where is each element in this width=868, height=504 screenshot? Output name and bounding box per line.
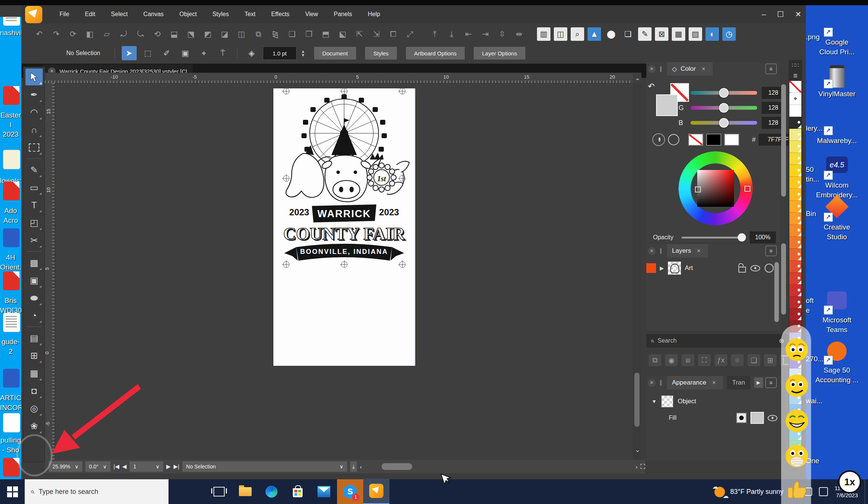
- toolbar-icon[interactable]: ◧: [83, 27, 97, 41]
- tool-button[interactable]: ◘: [25, 382, 43, 399]
- dock-list-icon[interactable]: ≣: [790, 70, 801, 81]
- toolbar-icon[interactable]: ⟳: [66, 27, 80, 41]
- document-button[interactable]: Document: [314, 47, 356, 60]
- opacity-slider-thumb[interactable]: [738, 233, 746, 242]
- toolbar-icon[interactable]: [529, 27, 534, 41]
- fill-visibility-icon[interactable]: [768, 415, 777, 421]
- search-input[interactable]: Search: [658, 337, 677, 344]
- toolbar-icon[interactable]: ↷: [49, 27, 63, 41]
- panel-action-icon[interactable]: ⌾: [731, 354, 744, 366]
- fill-type-icon[interactable]: [736, 413, 747, 423]
- panel-action-icon[interactable]: ⧉: [649, 354, 661, 366]
- toolbar-icon[interactable]: ⤾: [117, 27, 130, 41]
- panel-scrollbar[interactable]: [781, 84, 786, 197]
- menu-item[interactable]: Text: [239, 9, 261, 19]
- next-page-button[interactable]: ▶: [166, 463, 171, 470]
- black-swatch[interactable]: [706, 134, 721, 146]
- artboard-page[interactable]: 1st 2023 WARRICK 2023 COUNTY FAIR COUNTY…: [273, 88, 416, 366]
- mail-button[interactable]: [311, 479, 337, 504]
- panel-action-icon[interactable]: ❏: [747, 354, 760, 366]
- toolbar-icon[interactable]: ⟲: [151, 27, 164, 41]
- horizontal-scrollbar-thumb[interactable]: [382, 463, 412, 470]
- start-button[interactable]: [0, 479, 25, 504]
- lock-icon[interactable]: [738, 267, 746, 273]
- context-tool-icon[interactable]: ⬚: [140, 46, 155, 60]
- tool-button[interactable]: ▩: [25, 254, 43, 271]
- scroll-up-icon[interactable]: ⌃: [635, 77, 640, 85]
- dock-color-swatch[interactable]: [789, 309, 801, 321]
- dock-no-color-swatch[interactable]: [789, 81, 801, 93]
- red-slider[interactable]: [691, 91, 757, 95]
- toolbar-icon[interactable]: ◩: [201, 27, 215, 41]
- tool-button[interactable]: ❀: [25, 418, 43, 434]
- minimize-button[interactable]: –: [762, 10, 766, 19]
- dock-color-swatch[interactable]: [789, 213, 801, 225]
- toolbar-icon[interactable]: ⧎: [268, 27, 282, 41]
- panel-menu-icon[interactable]: ≡: [765, 64, 777, 74]
- menu-item[interactable]: Select: [106, 9, 133, 19]
- toolbar-icon[interactable]: ◫: [235, 27, 248, 41]
- toolbar-icon[interactable]: ▨: [689, 27, 702, 41]
- fill-color-well[interactable]: [656, 94, 678, 116]
- selection-handle[interactable]: [341, 261, 347, 268]
- panel-close-icon[interactable]: ✕: [648, 65, 656, 73]
- tab-layers[interactable]: Layers ✕: [667, 244, 708, 258]
- toolbar-icon[interactable]: ⤓: [445, 27, 458, 41]
- tab-appearance[interactable]: Appearance ✕: [667, 376, 723, 389]
- panel-action-icon[interactable]: ⊞: [764, 354, 777, 366]
- playback-speed-badge[interactable]: 1x: [838, 470, 861, 494]
- desktop-icon[interactable]: ↗ Microsoft Teams: [806, 290, 868, 334]
- toolbar-icon[interactable]: ◐: [705, 27, 719, 41]
- toolbar-icon[interactable]: ⬔: [184, 27, 198, 41]
- tab-close-icon[interactable]: ✕: [695, 247, 703, 255]
- selection-handle[interactable]: [399, 175, 406, 182]
- dock-grid-icon[interactable]: ∷∷: [790, 60, 801, 70]
- tool-button[interactable]: ▭: [25, 179, 43, 196]
- selection-handle[interactable]: [399, 261, 406, 268]
- toolbar-icon[interactable]: ▥: [537, 27, 550, 41]
- toolbar-icon[interactable]: ⇹: [512, 27, 526, 41]
- toolbar-icon[interactable]: [420, 27, 425, 41]
- page-bounds-icon[interactable]: ⛶: [640, 463, 645, 471]
- hscroll-right-icon[interactable]: ›: [635, 464, 637, 470]
- dock-color-swatch[interactable]: [789, 261, 801, 273]
- dock-color-swatch[interactable]: [789, 225, 801, 237]
- tool-button[interactable]: ▤: [25, 330, 43, 346]
- thumbs-up-emoji[interactable]: [785, 478, 809, 502]
- selection-handle[interactable]: [283, 261, 289, 268]
- no-color-swatch[interactable]: [688, 134, 703, 146]
- selection-handle[interactable]: [283, 175, 289, 182]
- maximize-button[interactable]: ☐: [777, 10, 784, 19]
- tab-transparency[interactable]: Tran: [727, 376, 750, 389]
- hue-selector[interactable]: [744, 186, 750, 192]
- tab-color[interactable]: ◇ Color ✕: [667, 62, 713, 76]
- hand-over-mouth-emoji[interactable]: [785, 444, 809, 468]
- toolbar-icon[interactable]: ⇲: [370, 27, 383, 41]
- close-button[interactable]: ✕: [795, 10, 801, 19]
- tool-button[interactable]: ◔: [25, 307, 43, 324]
- dock-color-swatch[interactable]: [789, 153, 801, 165]
- menu-item[interactable]: Effects: [266, 9, 295, 19]
- panel-close-icon[interactable]: ✕: [648, 247, 656, 255]
- menu-item[interactable]: View: [300, 9, 323, 19]
- worried-emoji[interactable]: [785, 338, 809, 362]
- skype-button[interactable]: S1: [337, 479, 363, 504]
- prev-page-button[interactable]: ◀: [122, 463, 127, 470]
- toolbar-icon[interactable]: ⤢: [403, 27, 417, 41]
- panel-drag-handle[interactable]: ∥: [659, 379, 663, 386]
- panel-action-icon[interactable]: ◉: [665, 354, 678, 366]
- selection-handle[interactable]: [341, 88, 347, 94]
- tool-button[interactable]: ✒: [25, 86, 43, 103]
- styles-button[interactable]: Styles: [365, 47, 397, 60]
- toolbar-icon[interactable]: ⇳: [495, 27, 509, 41]
- dock-registration-swatch[interactable]: ⌖: [789, 93, 801, 105]
- first-page-button[interactable]: |◀: [113, 463, 119, 470]
- selection-handle[interactable]: [283, 88, 289, 94]
- green-slider[interactable]: [691, 106, 757, 110]
- layer-name[interactable]: Art: [685, 264, 693, 272]
- page-number-dropdown[interactable]: 1∨: [130, 461, 163, 472]
- panel-action-icon[interactable]: ƒx: [714, 354, 727, 366]
- layers-scrollbar[interactable]: [774, 262, 779, 322]
- position-diamond-icon[interactable]: ◈: [244, 46, 259, 60]
- rotation-dropdown[interactable]: 0.0°∨: [85, 461, 110, 472]
